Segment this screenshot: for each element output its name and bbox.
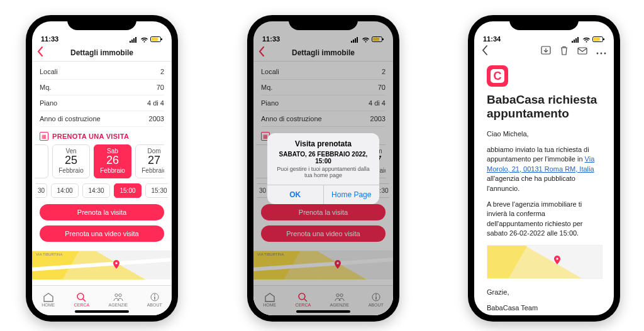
home-indicator bbox=[75, 310, 129, 313]
email-p2: A breve l'agenzia immobiliare ti invierà… bbox=[487, 200, 602, 239]
notch bbox=[509, 15, 579, 30]
svg-rect-2 bbox=[133, 38, 135, 43]
svg-rect-5 bbox=[152, 38, 158, 41]
svg-point-43 bbox=[556, 258, 558, 259]
mail-back-button[interactable] bbox=[482, 45, 488, 58]
detail-row: Mq.70 bbox=[40, 80, 164, 95]
tab-cerca[interactable]: CERCA bbox=[74, 292, 90, 307]
phone-listing-alert: 11:33 Dettagli immobile Locali2 Mq.70 Pi… bbox=[247, 15, 399, 322]
battery-icon bbox=[592, 36, 605, 43]
email-map[interactable] bbox=[487, 245, 602, 279]
svg-point-14 bbox=[154, 294, 155, 295]
chevron-left-icon bbox=[37, 46, 43, 57]
svg-point-7 bbox=[115, 262, 117, 264]
time-option[interactable]: 14:00 bbox=[51, 183, 79, 198]
unread-button[interactable] bbox=[577, 46, 587, 58]
tab-home[interactable]: HOME bbox=[42, 292, 55, 307]
map-preview[interactable]: VIA TIBURTINA bbox=[32, 251, 172, 279]
svg-rect-1 bbox=[131, 40, 133, 43]
svg-point-8 bbox=[77, 293, 84, 300]
tab-bar: HOME CERCA AGENZIE ABOUT bbox=[32, 285, 172, 315]
modal-overlay: Visita prenotata SABATO, 26 FEBBRAIO 202… bbox=[253, 21, 393, 315]
navbar: Dettagli immobile bbox=[32, 44, 172, 62]
agencies-icon bbox=[113, 292, 124, 302]
mail-toolbar bbox=[474, 44, 614, 62]
archive-button[interactable] bbox=[541, 46, 551, 58]
svg-point-42 bbox=[604, 52, 606, 54]
wifi-icon bbox=[140, 37, 148, 43]
alert-title: Visita prenotata bbox=[267, 133, 379, 151]
date-option[interactable]: Ven 25 Febbraio bbox=[52, 144, 90, 178]
alert-home-button[interactable]: Home Page bbox=[324, 185, 380, 204]
info-icon bbox=[149, 292, 160, 302]
svg-point-11 bbox=[119, 293, 121, 296]
status-icons bbox=[572, 36, 605, 43]
detail-row: Anno di costruzione2003 bbox=[40, 111, 164, 127]
svg-rect-39 bbox=[578, 48, 587, 54]
detail-row: Locali2 bbox=[40, 64, 164, 80]
book-video-visit-button[interactable]: Prenota una video visita bbox=[40, 225, 164, 242]
email-signature: BabaCasa Team bbox=[487, 303, 602, 313]
page-title: Dettagli immobile bbox=[70, 48, 133, 57]
svg-point-40 bbox=[597, 52, 599, 54]
booking-confirmation-alert: Visita prenotata SABATO, 26 FEBBRAIO 202… bbox=[267, 133, 379, 204]
map-road-label: VIA TIBURTINA bbox=[36, 252, 62, 256]
tab-about[interactable]: ABOUT bbox=[147, 292, 162, 307]
calendar-icon: ▦ bbox=[40, 132, 48, 141]
tab-agenzie[interactable]: AGENZIE bbox=[109, 292, 128, 307]
status-icons bbox=[130, 36, 163, 43]
svg-rect-31 bbox=[574, 40, 575, 43]
svg-rect-3 bbox=[135, 37, 136, 43]
svg-line-9 bbox=[83, 299, 86, 301]
trash-icon bbox=[560, 46, 569, 55]
detail-row: Piano4 di 4 bbox=[40, 95, 164, 111]
more-icon bbox=[596, 52, 606, 55]
time-option[interactable]: 14:30 bbox=[82, 183, 110, 198]
trash-button[interactable] bbox=[560, 46, 569, 58]
time-option[interactable]: 30 bbox=[36, 183, 47, 198]
time-picker[interactable]: 30 14:00 14:30 15:00 15:30 16:0 bbox=[36, 183, 168, 198]
email-title: BabaCasa richiesta appuntamento bbox=[487, 93, 602, 121]
alert-ok-button[interactable]: OK bbox=[267, 185, 324, 204]
svg-rect-33 bbox=[577, 37, 579, 43]
status-time: 11:34 bbox=[483, 35, 501, 43]
phone-email: 11:34 C BabaCasa richiesta appunta bbox=[468, 15, 620, 322]
map-pin-icon bbox=[554, 256, 560, 264]
email-p1: abbiamo inviato la tua richiesta di appu… bbox=[487, 145, 602, 193]
book-visit-button[interactable]: Prenota la visita bbox=[40, 204, 164, 220]
svg-rect-35 bbox=[594, 38, 600, 41]
date-option-prev[interactable] bbox=[35, 144, 48, 178]
email-body: C BabaCasa richiesta appuntamento Ciao M… bbox=[474, 65, 614, 313]
svg-rect-32 bbox=[575, 38, 577, 43]
phone-listing: 11:33 Dettagli immobile Locali2 Mq.70 Pi… bbox=[26, 15, 178, 322]
svg-point-10 bbox=[115, 293, 118, 296]
svg-rect-6 bbox=[161, 38, 162, 40]
status-time: 11:33 bbox=[41, 35, 58, 43]
archive-icon bbox=[541, 46, 551, 55]
more-button[interactable] bbox=[596, 46, 606, 58]
chevron-left-icon bbox=[482, 45, 488, 55]
back-button[interactable] bbox=[37, 46, 43, 59]
app-badge-icon: C bbox=[487, 65, 508, 87]
svg-rect-30 bbox=[572, 41, 573, 43]
wifi-icon bbox=[582, 37, 591, 43]
svg-rect-0 bbox=[130, 41, 131, 43]
signal-icon bbox=[130, 37, 138, 43]
time-option[interactable]: 15:30 bbox=[145, 183, 168, 198]
email-greeting: Ciao Michela, bbox=[487, 129, 602, 139]
search-icon bbox=[76, 292, 87, 302]
date-option-selected[interactable]: Sab 26 Febbraio bbox=[94, 144, 131, 178]
date-option[interactable]: Dom 27 Febbraio bbox=[135, 144, 164, 178]
notch bbox=[67, 15, 136, 30]
svg-point-41 bbox=[601, 52, 602, 54]
envelope-icon bbox=[577, 47, 587, 55]
date-picker[interactable]: Ven 25 Febbraio Sab 26 Febbraio Dom 27 F… bbox=[35, 144, 164, 178]
alert-description: Puoi gestire i tuoi appuntamenti dalla t… bbox=[267, 166, 379, 185]
alert-subtitle: SABATO, 26 FEBBRAIO 2022, 15:00 bbox=[267, 151, 379, 166]
map-pin-icon bbox=[113, 260, 119, 266]
home-icon bbox=[43, 292, 54, 302]
time-option-selected[interactable]: 15:00 bbox=[114, 183, 142, 198]
details-section: Locali2 Mq.70 Piano4 di 4 Anno di costru… bbox=[32, 62, 172, 251]
svg-rect-36 bbox=[603, 38, 604, 40]
signal-icon bbox=[572, 37, 580, 43]
